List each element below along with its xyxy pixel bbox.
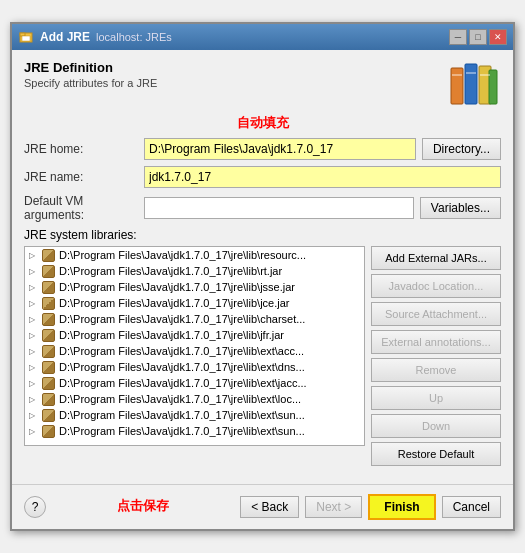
title-bar-controls: ─ □ ✕ [449,29,507,45]
dialog-content: JRE Definition Specify attributes for a … [12,50,513,484]
libraries-area: ▷D:\Program Files\Java\jdk1.7.0_17\jre\l… [24,246,501,466]
svg-rect-6 [489,70,497,104]
section-title: JRE Definition [24,60,157,75]
directory-button[interactable]: Directory... [422,138,501,160]
jre-home-input[interactable] [144,138,416,160]
jre-books-icon [449,60,501,108]
library-buttons: Add External JARs... Javadoc Location...… [371,246,501,466]
jre-name-row: JRE name: [24,166,501,188]
finish-button[interactable]: Finish [368,494,435,520]
list-item[interactable]: ▷D:\Program Files\Java\jdk1.7.0_17\jre\l… [25,391,364,407]
list-item[interactable]: ▷D:\Program Files\Java\jdk1.7.0_17\jre\l… [25,343,364,359]
click-save-annotation: 点击保存 [46,497,240,515]
minimize-button[interactable]: ─ [449,29,467,45]
jre-name-input[interactable] [144,166,501,188]
window-icon [18,29,34,45]
svg-rect-4 [465,64,477,104]
close-button[interactable]: ✕ [489,29,507,45]
list-item[interactable]: ▷D:\Program Files\Java\jdk1.7.0_17\jre\l… [25,327,364,343]
up-button[interactable]: Up [371,386,501,410]
libraries-label: JRE system libraries: [24,228,501,242]
help-button[interactable]: ? [24,496,46,518]
list-item[interactable]: ▷D:\Program Files\Java\jdk1.7.0_17\jre\l… [25,407,364,423]
list-item[interactable]: ▷D:\Program Files\Java\jdk1.7.0_17\jre\l… [25,375,364,391]
restore-default-button[interactable]: Restore Default [371,442,501,466]
list-item[interactable]: ▷D:\Program Files\Java\jdk1.7.0_17\jre\l… [25,279,364,295]
dialog-footer: ? 点击保存 < Back Next > Finish Cancel [12,484,513,529]
list-item[interactable]: ▷D:\Program Files\Java\jdk1.7.0_17\jre\l… [25,263,364,279]
javadoc-location-button[interactable]: Javadoc Location... [371,274,501,298]
back-button[interactable]: < Back [240,496,299,518]
footer-buttons: < Back Next > Finish Cancel [240,494,501,520]
cancel-button[interactable]: Cancel [442,496,501,518]
variables-button[interactable]: Variables... [420,197,501,219]
remove-button[interactable]: Remove [371,358,501,382]
library-list[interactable]: ▷D:\Program Files\Java\jdk1.7.0_17\jre\l… [24,246,365,446]
header-text: JRE Definition Specify attributes for a … [24,60,157,97]
list-item[interactable]: ▷D:\Program Files\Java\jdk1.7.0_17\jre\l… [25,311,364,327]
add-jre-window: Add JRE localhost: JREs ─ □ ✕ JRE Defini… [10,22,515,531]
svg-rect-1 [20,33,25,36]
window-subtitle: localhost: JREs [96,31,172,43]
window-title: Add JRE [40,30,90,44]
add-external-jars-button[interactable]: Add External JARs... [371,246,501,270]
vm-args-input[interactable] [144,197,414,219]
list-item[interactable]: ▷D:\Program Files\Java\jdk1.7.0_17\jre\l… [25,295,364,311]
jre-home-row: JRE home: Directory... [24,138,501,160]
next-button[interactable]: Next > [305,496,362,518]
section-subtitle: Specify attributes for a JRE [24,77,157,89]
svg-rect-2 [22,36,30,41]
list-item[interactable]: ▷D:\Program Files\Java\jdk1.7.0_17\jre\l… [25,247,364,263]
vm-args-row: Default VM arguments: Variables... [24,194,501,222]
svg-rect-3 [451,68,463,104]
external-annotations-button[interactable]: External annotations... [371,330,501,354]
svg-rect-9 [480,74,490,76]
svg-rect-7 [452,74,462,76]
source-attachment-button[interactable]: Source Attachment... [371,302,501,326]
title-bar: Add JRE localhost: JREs ─ □ ✕ [12,24,513,50]
vm-args-label: Default VM arguments: [24,194,144,222]
down-button[interactable]: Down [371,414,501,438]
auto-fill-annotation: 自动填充 [24,114,501,132]
title-bar-left: Add JRE localhost: JREs [18,29,172,45]
maximize-button[interactable]: □ [469,29,487,45]
list-item[interactable]: ▷D:\Program Files\Java\jdk1.7.0_17\jre\l… [25,423,364,439]
list-item[interactable]: ▷D:\Program Files\Java\jdk1.7.0_17\jre\l… [25,359,364,375]
jre-home-label: JRE home: [24,142,144,156]
svg-rect-8 [466,72,476,74]
jre-name-label: JRE name: [24,170,144,184]
header-section: JRE Definition Specify attributes for a … [24,60,501,108]
